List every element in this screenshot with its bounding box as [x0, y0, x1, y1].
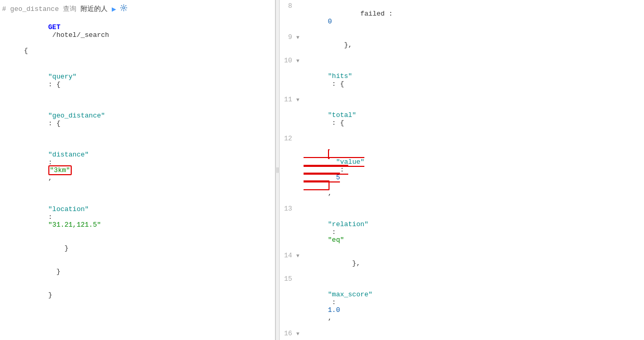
right-line-11: 11 ▼ "total" : { — [280, 96, 644, 135]
pane-divider[interactable]: ‖ — [275, 0, 280, 340]
left-line-4: "distance" : "3km" , — [0, 135, 275, 190]
right-line-16: 16 ▼ "hits" : [ — [280, 330, 644, 340]
left-line-6: } — [0, 237, 275, 260]
left-line-2: "query" : { — [0, 57, 275, 96]
settings-icon[interactable] — [120, 4, 127, 14]
left-line-1: { — [0, 47, 275, 57]
right-line-10: 10 ▼ "hits" : { — [280, 57, 644, 96]
right-line-12: 12 "value" : 5 , — [280, 135, 644, 205]
left-line-3: "geo_distance" : { — [0, 96, 275, 135]
comment-label: # geo_distance 查询 — [2, 4, 76, 14]
svg-point-0 — [123, 7, 125, 9]
left-line-7: } — [0, 260, 275, 283]
right-line-8: 8 failed : 0 — [280, 2, 644, 33]
right-line-14: 14 ▼ }, — [280, 252, 644, 275]
right-line-13: 13 "relation" : "eq" — [280, 205, 644, 252]
left-line-5: "location" : "31.21,121.5" — [0, 190, 275, 237]
value-highlight: "value" : 5 — [304, 149, 364, 190]
right-line-9: 9 ▼ }, — [280, 33, 644, 57]
right-pane: 8 failed : 0 9 ▼ }, 10 ▼ "hits" : { 11 ▼ — [280, 0, 644, 340]
left-pane: # geo_distance 查询 附近的人 ▶ GET /hotel/_sea… — [0, 0, 275, 340]
subtitle-label: 附近的人 — [81, 4, 108, 14]
right-line-15: 15 "max_score" : 1.0 , — [280, 275, 644, 330]
left-line-8: } — [0, 283, 275, 307]
play-icon[interactable]: ▶ — [112, 5, 116, 14]
left-pane-header: # geo_distance 查询 附近的人 ▶ — [0, 2, 275, 16]
left-line-get: GET /hotel/_search — [0, 16, 275, 47]
